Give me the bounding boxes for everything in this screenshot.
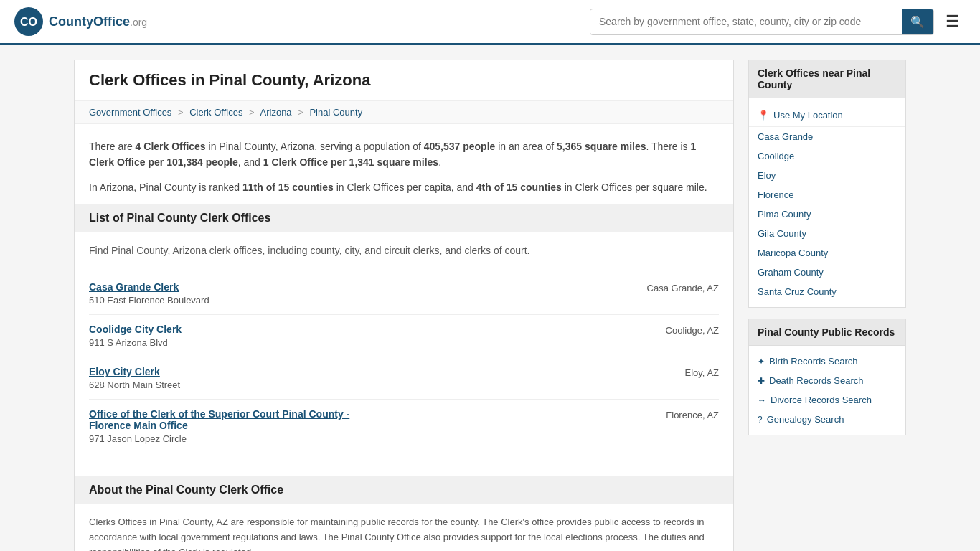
page-title: Clerk Offices in Pinal County, Arizona <box>75 60 733 101</box>
intro-paragraph-1: There are 4 Clerk Offices in Pinal Count… <box>89 138 719 171</box>
breadcrumb-az[interactable]: Arizona <box>260 107 292 118</box>
about-section: About the Pinal County Clerk Office Cler… <box>89 468 719 551</box>
sidebar-link-casa-grande[interactable]: Casa Grande <box>749 127 905 146</box>
sidebar-link-gila[interactable]: Gila County <box>749 224 905 243</box>
logo-text: CountyOffice.org <box>49 14 147 29</box>
office-name-4[interactable]: Office of the Clerk of the Superior Cour… <box>89 408 349 431</box>
divorce-records-icon: ↔ <box>758 395 766 405</box>
breadcrumb: Government Offices > Clerk Offices > Ari… <box>75 101 733 124</box>
office-entry: Eloy City Clerk 628 North Main Street El… <box>89 357 719 400</box>
sidebar-records-links: ✦ Birth Records Search ✚ Death Records S… <box>749 346 905 435</box>
office-address-4: 971 Jason Lopez Circle <box>89 433 349 444</box>
sidebar-link-pima[interactable]: Pima County <box>749 204 905 224</box>
sidebar-nearby-links: 📍 Use My Location Casa Grande Coolidge E… <box>749 98 905 307</box>
office-name-3[interactable]: Eloy City Clerk <box>89 366 180 377</box>
use-my-location[interactable]: 📍 Use My Location <box>749 104 905 127</box>
sidebar-records-header: Pinal County Public Records <box>749 319 905 346</box>
breadcrumb-gov[interactable]: Government Offices <box>89 107 171 118</box>
office-city-3: Eloy, AZ <box>685 366 719 378</box>
office-name-1[interactable]: Casa Grande Clerk <box>89 281 209 293</box>
search-area: 🔍 ☰ <box>590 9 966 35</box>
search-button[interactable]: 🔍 <box>902 9 933 34</box>
about-text: Clerks Offices in Pinal County, AZ are r… <box>89 515 719 551</box>
sidebar: Clerk Offices near Pinal County 📍 Use My… <box>748 60 906 551</box>
sidebar-link-florence[interactable]: Florence <box>749 185 905 204</box>
sidebar-nearby-header: Clerk Offices near Pinal County <box>749 60 905 98</box>
office-entry: Coolidge City Clerk 911 S Arizona Blvd C… <box>89 315 719 357</box>
sidebar-link-santa-cruz[interactable]: Santa Cruz County <box>749 282 905 301</box>
office-name-2[interactable]: Coolidge City Clerk <box>89 324 182 335</box>
office-city-2: Coolidge, AZ <box>666 324 719 336</box>
intro-paragraph-2: In Arizona, Pinal County is ranked 11th … <box>89 179 719 195</box>
main-container: Clerk Offices in Pinal County, Arizona G… <box>60 45 920 551</box>
list-section-header: List of Pinal County Clerk Offices <box>75 204 733 232</box>
sidebar-records-section: Pinal County Public Records ✦ Birth Reco… <box>748 319 906 435</box>
office-address-2: 911 S Arizona Blvd <box>89 337 182 348</box>
logo-icon: CO <box>14 7 43 36</box>
sidebar-link-birth-records[interactable]: ✦ Birth Records Search <box>749 352 905 371</box>
sidebar-link-graham[interactable]: Graham County <box>749 263 905 282</box>
office-address-3: 628 North Main Street <box>89 380 180 390</box>
search-box: 🔍 <box>590 9 934 35</box>
content-body: There are 4 Clerk Offices in Pinal Count… <box>75 124 733 551</box>
sidebar-nearby-section: Clerk Offices near Pinal County 📍 Use My… <box>748 60 906 308</box>
sidebar-link-coolidge[interactable]: Coolidge <box>749 146 905 166</box>
logo-area: CO CountyOffice.org <box>14 7 147 36</box>
office-entry: Office of the Clerk of the Superior Cour… <box>89 400 719 453</box>
breadcrumb-clerk[interactable]: Clerk Offices <box>189 107 242 118</box>
death-records-icon: ✚ <box>758 376 765 386</box>
use-location-label: Use My Location <box>773 110 843 121</box>
site-header: CO CountyOffice.org 🔍 ☰ <box>0 0 980 45</box>
svg-text:CO: CO <box>20 16 37 28</box>
birth-records-icon: ✦ <box>758 357 765 367</box>
about-section-header: About the Pinal County Clerk Office <box>75 476 733 504</box>
sidebar-link-divorce-records[interactable]: ↔ Divorce Records Search <box>749 390 905 410</box>
genealogy-icon: ? <box>758 415 763 425</box>
sidebar-link-genealogy[interactable]: ? Genealogy Search <box>749 410 905 429</box>
office-city-1: Casa Grande, AZ <box>647 281 719 293</box>
sidebar-link-eloy[interactable]: Eloy <box>749 166 905 185</box>
sidebar-link-maricopa[interactable]: Maricopa County <box>749 243 905 263</box>
office-city-4: Florence, AZ <box>666 408 719 420</box>
office-entry: Casa Grande Clerk 510 East Florence Boul… <box>89 273 719 315</box>
search-input[interactable] <box>590 10 902 33</box>
sidebar-link-death-records[interactable]: ✚ Death Records Search <box>749 371 905 390</box>
office-address-1: 510 East Florence Boulevard <box>89 295 209 306</box>
menu-button[interactable]: ☰ <box>940 9 966 34</box>
location-icon: 📍 <box>758 110 769 121</box>
content-area: Clerk Offices in Pinal County, Arizona G… <box>74 60 734 551</box>
list-section-desc: Find Pinal County, Arizona clerk offices… <box>89 243 719 258</box>
breadcrumb-county[interactable]: Pinal County <box>309 107 362 118</box>
